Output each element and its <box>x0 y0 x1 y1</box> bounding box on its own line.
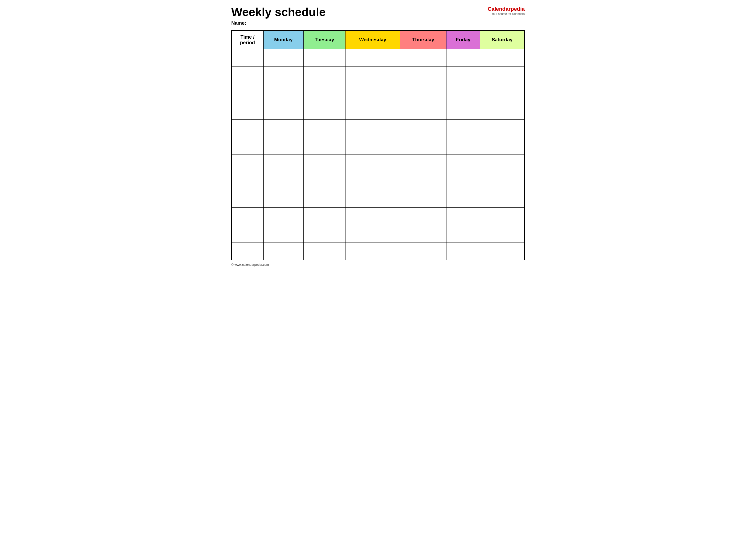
schedule-cell[interactable] <box>446 172 480 190</box>
schedule-cell[interactable] <box>400 66 446 84</box>
table-row <box>231 84 525 102</box>
table-row <box>231 242 525 260</box>
schedule-cell[interactable] <box>400 155 446 172</box>
schedule-cell[interactable] <box>263 225 304 242</box>
time-cell[interactable] <box>231 49 263 66</box>
schedule-cell[interactable] <box>304 66 345 84</box>
schedule-cell[interactable] <box>345 242 400 260</box>
schedule-cell[interactable] <box>263 155 304 172</box>
schedule-cell[interactable] <box>263 49 304 66</box>
schedule-cell[interactable] <box>446 207 480 225</box>
schedule-cell[interactable] <box>446 66 480 84</box>
schedule-cell[interactable] <box>480 49 525 66</box>
schedule-cell[interactable] <box>345 49 400 66</box>
time-cell[interactable] <box>231 155 263 172</box>
schedule-cell[interactable] <box>263 172 304 190</box>
schedule-cell[interactable] <box>480 66 525 84</box>
col-header-monday: Monday <box>263 31 304 49</box>
col-header-wednesday: Wednesday <box>345 31 400 49</box>
schedule-cell[interactable] <box>345 84 400 102</box>
schedule-cell[interactable] <box>263 84 304 102</box>
time-cell[interactable] <box>231 102 263 119</box>
schedule-cell[interactable] <box>400 242 446 260</box>
schedule-cell[interactable] <box>480 172 525 190</box>
schedule-cell[interactable] <box>263 137 304 155</box>
footer-url: © www.calendarpedia.com <box>231 263 269 267</box>
schedule-cell[interactable] <box>446 155 480 172</box>
time-cell[interactable] <box>231 207 263 225</box>
logo-tagline: Your source for calendars <box>488 12 525 16</box>
schedule-cell[interactable] <box>480 155 525 172</box>
schedule-cell[interactable] <box>304 102 345 119</box>
schedule-cell[interactable] <box>263 119 304 137</box>
schedule-cell[interactable] <box>400 49 446 66</box>
table-row <box>231 225 525 242</box>
schedule-cell[interactable] <box>446 119 480 137</box>
schedule-cell[interactable] <box>263 190 304 207</box>
schedule-cell[interactable] <box>304 137 345 155</box>
schedule-cell[interactable] <box>304 242 345 260</box>
schedule-cell[interactable] <box>345 172 400 190</box>
schedule-cell[interactable] <box>263 242 304 260</box>
schedule-cell[interactable] <box>400 102 446 119</box>
name-row: Name: <box>231 20 525 26</box>
schedule-cell[interactable] <box>446 242 480 260</box>
schedule-cell[interactable] <box>480 190 525 207</box>
schedule-cell[interactable] <box>446 102 480 119</box>
schedule-cell[interactable] <box>480 102 525 119</box>
schedule-cell[interactable] <box>400 172 446 190</box>
schedule-cell[interactable] <box>480 225 525 242</box>
schedule-cell[interactable] <box>480 137 525 155</box>
schedule-cell[interactable] <box>446 225 480 242</box>
schedule-cell[interactable] <box>400 84 446 102</box>
schedule-cell[interactable] <box>304 207 345 225</box>
schedule-cell[interactable] <box>446 84 480 102</box>
schedule-cell[interactable] <box>263 207 304 225</box>
schedule-cell[interactable] <box>400 137 446 155</box>
logo-text: Calendarpedia <box>488 6 525 12</box>
schedule-cell[interactable] <box>400 190 446 207</box>
schedule-cell[interactable] <box>480 242 525 260</box>
table-row <box>231 137 525 155</box>
schedule-cell[interactable] <box>263 102 304 119</box>
schedule-cell[interactable] <box>304 225 345 242</box>
table-row <box>231 155 525 172</box>
schedule-cell[interactable] <box>480 119 525 137</box>
schedule-cell[interactable] <box>304 155 345 172</box>
time-cell[interactable] <box>231 242 263 260</box>
schedule-cell[interactable] <box>345 190 400 207</box>
schedule-cell[interactable] <box>345 155 400 172</box>
time-cell[interactable] <box>231 84 263 102</box>
table-row <box>231 190 525 207</box>
schedule-cell[interactable] <box>400 207 446 225</box>
schedule-cell[interactable] <box>400 225 446 242</box>
schedule-cell[interactable] <box>345 102 400 119</box>
time-cell[interactable] <box>231 66 263 84</box>
table-row <box>231 49 525 66</box>
time-cell[interactable] <box>231 137 263 155</box>
time-cell[interactable] <box>231 225 263 242</box>
schedule-cell[interactable] <box>446 137 480 155</box>
table-row <box>231 207 525 225</box>
schedule-cell[interactable] <box>345 207 400 225</box>
schedule-cell[interactable] <box>304 49 345 66</box>
schedule-cell[interactable] <box>345 225 400 242</box>
schedule-cell[interactable] <box>446 49 480 66</box>
schedule-cell[interactable] <box>304 119 345 137</box>
page-wrapper: Weekly schedule Calendarpedia Your sourc… <box>231 6 525 267</box>
col-header-time: Time / period <box>231 31 263 49</box>
schedule-cell[interactable] <box>345 66 400 84</box>
schedule-cell[interactable] <box>304 190 345 207</box>
schedule-cell[interactable] <box>304 172 345 190</box>
schedule-cell[interactable] <box>480 84 525 102</box>
schedule-cell[interactable] <box>345 137 400 155</box>
time-cell[interactable] <box>231 190 263 207</box>
schedule-cell[interactable] <box>480 207 525 225</box>
schedule-cell[interactable] <box>400 119 446 137</box>
time-cell[interactable] <box>231 119 263 137</box>
schedule-cell[interactable] <box>446 190 480 207</box>
schedule-cell[interactable] <box>263 66 304 84</box>
schedule-cell[interactable] <box>345 119 400 137</box>
time-cell[interactable] <box>231 172 263 190</box>
schedule-cell[interactable] <box>304 84 345 102</box>
